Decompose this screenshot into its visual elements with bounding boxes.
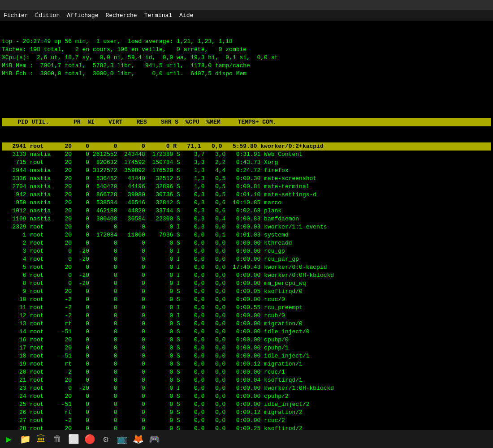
table-row: 2941 root 20 0 0 0 0 R 71,1 0,0 5:59.80 … <box>2 142 491 151</box>
terminal-content: top - 20:27:49 up 56 min, 1 user, load a… <box>0 21 493 448</box>
table-row: 950 nastia 20 0 538584 46516 32812 S 0,3… <box>2 199 491 207</box>
table-row: 2 root 20 0 0 0 0 S 0,0 0,0 0:00.00 kthr… <box>2 239 491 247</box>
files-icon[interactable]: 📁 <box>18 432 32 446</box>
app6-icon[interactable]: 🎮 <box>147 432 161 446</box>
app2-icon[interactable]: ⬜ <box>66 432 81 446</box>
table-row: 2329 root 20 0 0 0 0 I 0,3 0,0 0:00.03 k… <box>2 223 491 231</box>
header-line: MiB Mem : 7901,7 total, 5782,3 libr, 941… <box>2 62 491 70</box>
table-row: 2704 nastia 20 0 540420 44196 32896 S 1,… <box>2 183 491 191</box>
taskbar: ▶📁🏛🗑⬜🔴⚙📺🦊🎮 <box>0 430 493 448</box>
table-row: 6 root 0 -20 0 0 0 I 0,0 0,0 0:00.00 kwo… <box>2 271 491 280</box>
menu-bar: Fichier Édition Affichage Recherche Term… <box>0 10 493 21</box>
table-row: 10 root -2 0 0 0 0 S 0,0 0,0 0:00.00 rcu… <box>2 296 491 304</box>
table-row: 21 root 20 0 0 0 0 S 0,0 0,0 0:00.04 kso… <box>2 376 491 384</box>
table-row: 27 root -2 0 0 0 0 S 0,0 0,0 0:00.00 rcu… <box>2 417 491 425</box>
table-row: 26 root rt 0 0 0 0 S 0,0 0,0 0:00.12 mig… <box>2 409 491 417</box>
table-row: 17 root 20 0 0 0 0 S 0,0 0,0 0:00.00 cpu… <box>2 344 491 352</box>
menu-edition[interactable]: Édition <box>35 12 60 19</box>
header-line: MiB Éch : 3000,0 total, 3000,0 libr, 0,0… <box>2 70 491 78</box>
table-row: 5 root 20 0 0 0 0 I 0,0 0,0 17:40.43 kwo… <box>2 263 491 271</box>
app5-icon[interactable]: 🦊 <box>131 432 145 446</box>
table-row: 1 root 20 0 172084 11060 7936 S 0,0 0,1 … <box>2 231 491 239</box>
app1-icon[interactable]: 🏛 <box>34 432 48 446</box>
table-row: 3336 nastia 20 0 536452 41440 32512 S 1,… <box>2 175 491 183</box>
table-row: 1012 nastia 20 0 462180 44820 33744 S 0,… <box>2 207 491 215</box>
app3-icon[interactable]: ⚙ <box>99 432 113 446</box>
browser-icon[interactable]: 🔴 <box>82 432 97 446</box>
column-header: PID UTIL. PR NI VIRT RES SHR S %CPU %MEM… <box>2 118 491 126</box>
table-row: 23 root 0 -20 0 0 0 I 0,0 0,0 0:00.00 kw… <box>2 384 491 392</box>
terminal-icon[interactable]: ▶ <box>2 432 16 446</box>
table-row: 1109 nastia 20 0 300408 30584 22300 S 0,… <box>2 215 491 223</box>
table-row: 20 root -2 0 0 0 0 S 0,0 0,0 0:00.00 rcu… <box>2 368 491 376</box>
table-row: 25 root -51 0 0 0 0 S 0,0 0,0 0:00.00 id… <box>2 401 491 409</box>
menu-aide[interactable]: Aide <box>179 12 193 19</box>
table-row: 9 root 20 0 0 0 0 S 0,0 0,0 0:00.05 ksof… <box>2 288 491 296</box>
header-line: Tâches: 198 total, 2 en cours, 196 en ve… <box>2 46 491 54</box>
process-table: 2941 root 20 0 0 0 0 R 71,1 0,0 5:59.80 … <box>2 142 491 448</box>
menu-recherche[interactable]: Recherche <box>105 12 137 19</box>
table-row: 12 root -2 0 0 0 0 I 0,0 0,0 0:00.00 rcu… <box>2 312 491 320</box>
table-row: 18 root -51 0 0 0 0 S 0,0 0,0 0:00.00 id… <box>2 352 491 360</box>
app4-icon[interactable]: 📺 <box>115 432 129 446</box>
table-row: 16 root 20 0 0 0 0 S 0,0 0,0 0:00.00 cpu… <box>2 336 491 344</box>
table-row: 3 root 0 -20 0 0 0 I 0,0 0,0 0:00.00 rcu… <box>2 247 491 255</box>
menu-affichage[interactable]: Affichage <box>67 12 98 19</box>
table-row: 19 root rt 0 0 0 0 S 0,0 0,0 0:00.12 mig… <box>2 360 491 368</box>
table-row: 4 root 0 -20 0 0 0 I 0,0 0,0 0:00.00 rcu… <box>2 255 491 263</box>
table-row: 14 root -51 0 0 0 0 S 0,0 0,0 0:00.00 id… <box>2 328 491 336</box>
table-row: 715 root 20 0 820632 174592 150784 S 3,3… <box>2 159 491 167</box>
trash-icon[interactable]: 🗑 <box>50 432 65 446</box>
title-bar <box>0 0 493 10</box>
table-row: 8 root 0 -20 0 0 0 I 0,0 0,0 0:00.00 mm_… <box>2 280 491 288</box>
menu-terminal[interactable]: Terminal <box>144 12 172 19</box>
table-row: 24 root 20 0 0 0 0 S 0,0 0,0 0:00.00 cpu… <box>2 392 491 401</box>
table-row: 13 root rt 0 0 0 0 S 0,0 0,0 0:00.00 mig… <box>2 320 491 328</box>
table-row: 2944 nastia 20 0 3127572 359892 176520 S… <box>2 167 491 175</box>
header-line: top - 20:27:49 up 56 min, 1 user, load a… <box>2 38 491 46</box>
table-row: 11 root -2 0 0 0 0 I 0,0 0,0 0:00.55 rcu… <box>2 304 491 312</box>
header-line: %Cpu(s): 2,6 ut, 18,7 sy, 0,0 ni, 59,4 i… <box>2 54 491 62</box>
table-row: 942 nastia 20 0 866728 39980 30736 S 0,3… <box>2 191 491 199</box>
header-lines: top - 20:27:49 up 56 min, 1 user, load a… <box>2 38 491 78</box>
table-row: 3133 nastia 20 0 2612552 243448 172380 S… <box>2 151 491 159</box>
menu-fichier[interactable]: Fichier <box>4 12 28 19</box>
